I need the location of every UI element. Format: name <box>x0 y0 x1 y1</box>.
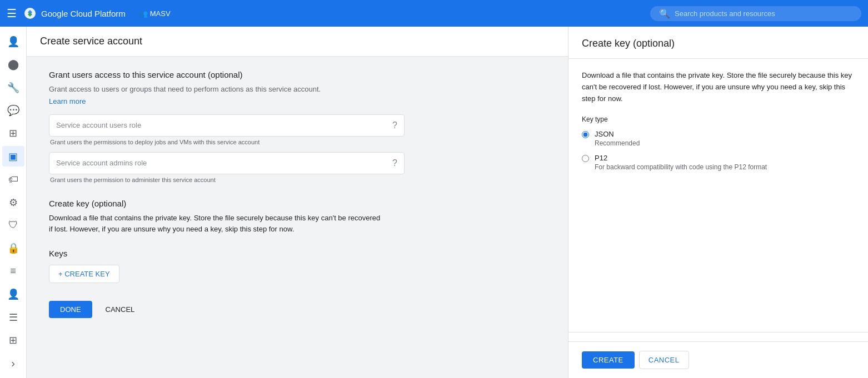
page-title: Create service account <box>40 36 142 47</box>
keys-section-title: Keys <box>49 249 405 258</box>
right-panel-divider <box>568 332 868 332</box>
search-icon: 🔍 <box>659 8 670 19</box>
right-panel-actions: CREATE CANCEL <box>568 341 868 378</box>
json-radio-input[interactable] <box>582 131 589 138</box>
search-bar[interactable]: 🔍 <box>650 6 861 21</box>
done-button[interactable]: DONE <box>49 301 92 318</box>
json-radio-text: JSON Recommended <box>595 130 640 147</box>
sidebar-icon-lock[interactable]: 🔒 <box>2 238 24 259</box>
content-area: Create service account Grant users acces… <box>27 27 568 378</box>
p12-radio-input[interactable] <box>582 155 589 162</box>
search-input[interactable] <box>675 9 852 18</box>
admins-role-hint: Grant users the permission to administer… <box>49 177 405 183</box>
sidebar-icon-list[interactable]: ≡ <box>2 261 24 281</box>
sidebar-icon-person[interactable]: 👤 <box>2 284 24 304</box>
bottom-actions: DONE CANCEL <box>49 301 405 318</box>
project-icon: 👥 <box>139 9 148 18</box>
sidebar-icon-menu[interactable]: ☰ <box>2 307 24 327</box>
users-role-label: Service account users role <box>56 121 141 129</box>
topbar-project[interactable]: 👥 MASV <box>139 9 171 18</box>
right-panel-header: Create key (optional) <box>568 27 868 59</box>
json-radio-sublabel: Recommended <box>595 139 640 147</box>
grant-access-section: Grant users access to this service accou… <box>49 70 405 183</box>
users-role-help-icon[interactable]: ? <box>392 120 397 130</box>
topbar-logo: Google Cloud Platform <box>23 7 126 20</box>
sidebar-icon-wrench[interactable]: 🔧 <box>2 77 24 98</box>
p12-radio-option[interactable]: P12 For backward compatibility with code… <box>582 154 855 171</box>
service-account-admins-role-field[interactable]: Service account admins role ? <box>49 152 405 174</box>
menu-icon[interactable]: ☰ <box>7 7 17 20</box>
sidebar-icon-highlight[interactable]: ▣ <box>2 146 24 167</box>
create-key-desc-text: Download a file that contains the privat… <box>49 214 380 234</box>
sidebar: 👤 ⬤ 🔧 💬 ⊞ ▣ 🏷 ⚙ 🛡 🔒 ≡ 👤 ☰ ⊞ › <box>0 27 27 378</box>
sidebar-icon-circle[interactable]: ⬤ <box>2 54 24 74</box>
right-panel-description: Download a file that contains the privat… <box>582 70 855 104</box>
p12-radio-label: P12 <box>595 154 767 162</box>
create-key-section: Create key (optional) Download a file th… <box>49 199 405 236</box>
topbar: ☰ Google Cloud Platform 👥 MASV 🔍 <box>0 0 868 27</box>
create-key-btn-label: + CREATE KEY <box>58 270 110 278</box>
admins-role-help-icon[interactable]: ? <box>392 158 397 168</box>
sidebar-icon-account[interactable]: 👤 <box>2 31 24 52</box>
p12-radio-sublabel: For backward compatibility with code usi… <box>595 163 767 171</box>
sidebar-icon-chat[interactable]: 💬 <box>2 100 24 120</box>
sidebar-icon-chevron[interactable]: › <box>2 353 24 374</box>
service-account-users-role-field[interactable]: Service account users role ? <box>49 114 405 137</box>
create-key-description: Download a file that contains the privat… <box>49 213 382 236</box>
page-content: Grant users access to this service accou… <box>27 57 427 331</box>
grant-section-title: Grant users access to this service accou… <box>49 70 405 79</box>
sidebar-icon-shield[interactable]: 🛡 <box>2 215 24 235</box>
json-radio-label: JSON <box>595 130 640 138</box>
admins-role-label: Service account admins role <box>56 159 147 167</box>
right-panel-body: Download a file that contains the privat… <box>568 59 868 323</box>
cancel-panel-button[interactable]: CANCEL <box>639 351 689 369</box>
main-layout: 👤 ⬤ 🔧 💬 ⊞ ▣ 🏷 ⚙ 🛡 🔒 ≡ 👤 ☰ ⊞ › Create ser… <box>0 27 868 378</box>
learn-more-link[interactable]: Learn more <box>49 97 86 105</box>
logo-text: Google Cloud Platform <box>41 9 126 18</box>
sidebar-icon-tag[interactable]: 🏷 <box>2 169 24 189</box>
project-name: MASV <box>150 9 171 18</box>
grant-section-description: Grant access to users or groups that nee… <box>49 84 405 95</box>
sidebar-icon-dashboard[interactable]: ⊞ <box>2 330 24 350</box>
p12-radio-text: P12 For backward compatibility with code… <box>595 154 767 171</box>
key-type-label: Key type <box>582 115 855 123</box>
create-key-button[interactable]: + CREATE KEY <box>49 265 119 283</box>
keys-section: Keys + CREATE KEY <box>49 249 405 283</box>
gcp-logo-icon <box>23 7 37 20</box>
users-role-hint: Grant users the permissions to deploy jo… <box>49 139 405 145</box>
create-key-title: Create key (optional) <box>49 199 405 208</box>
sidebar-icon-gear[interactable]: ⚙ <box>2 192 24 213</box>
right-panel: Create key (optional) Download a file th… <box>568 27 868 378</box>
json-radio-option[interactable]: JSON Recommended <box>582 130 855 147</box>
cancel-bottom-button[interactable]: CANCEL <box>99 301 142 318</box>
create-button[interactable]: CREATE <box>582 351 635 369</box>
page-header: Create service account <box>27 27 568 57</box>
sidebar-icon-grid[interactable]: ⊞ <box>2 123 24 144</box>
